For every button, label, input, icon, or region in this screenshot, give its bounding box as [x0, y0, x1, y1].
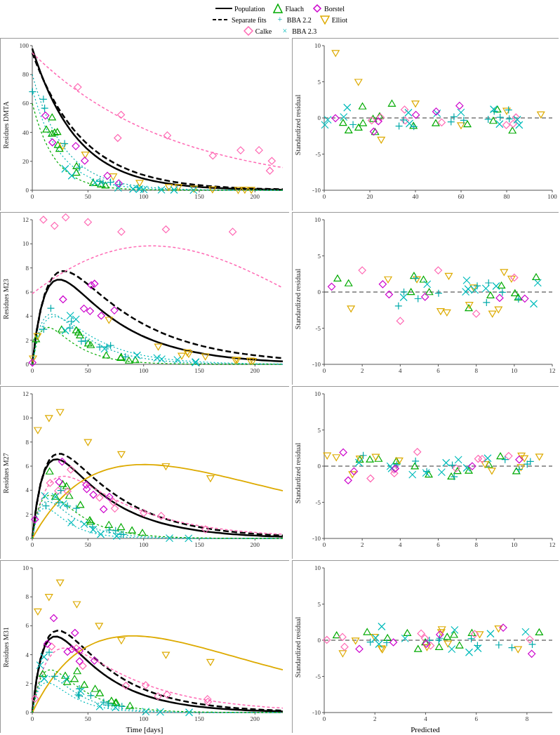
svg-marker-2 [314, 5, 321, 12]
charts-area: Time [days] Predicted [0, 38, 560, 735]
chart-m31-time [0, 560, 289, 733]
canvas-m31-resid [293, 561, 559, 734]
legend-area: Population Flaach Borstel Separate fits … [0, 1, 560, 38]
legend-calke: Calke [244, 26, 272, 36]
canvas-dmta-time [1, 39, 290, 211]
legend-separate-fits: Separate fits [213, 16, 267, 24]
canvas-m31-time [1, 561, 290, 734]
legend-bba22-label: BBA 2.2 [287, 16, 312, 24]
legend-calke-label: Calke [255, 27, 272, 35]
svg-text:+: + [277, 15, 282, 25]
legend-flaach-label: Flaach [285, 5, 304, 13]
chart-m23-time [0, 212, 289, 385]
x-label-time: Time [days] [126, 725, 163, 734]
svg-marker-1 [274, 4, 282, 13]
legend-flaach: Flaach [273, 4, 304, 13]
svg-marker-6 [244, 27, 253, 35]
svg-text:×: × [283, 26, 288, 36]
legend-separate-fits-label: Separate fits [232, 16, 267, 24]
chart-dmta-time [0, 38, 289, 211]
chart-m23-resid [292, 212, 559, 385]
svg-marker-5 [321, 16, 329, 24]
legend-population: Population [215, 5, 265, 13]
legend-population-label: Population [234, 5, 265, 13]
canvas-m27-time [1, 387, 290, 559]
canvas-m23-time [1, 213, 290, 385]
canvas-dmta-resid [293, 39, 559, 211]
legend-bba22: + BBA 2.2 [275, 15, 312, 25]
legend-row-3: Calke × BBA 2.3 [244, 26, 316, 36]
canvas-m27-resid [293, 387, 559, 559]
legend-bba23-label: BBA 2.3 [292, 27, 316, 35]
chart-m31-resid [292, 560, 559, 733]
canvas-m23-resid [293, 213, 559, 385]
main-container: Population Flaach Borstel Separate fits … [0, 0, 560, 735]
legend-borstel: Borstel [312, 4, 345, 13]
chart-m27-time [0, 386, 289, 559]
chart-m27-resid [292, 386, 559, 559]
legend-row-1: Population Flaach Borstel [215, 4, 345, 13]
legend-row-2: Separate fits + BBA 2.2 Elliot [213, 15, 347, 25]
legend-elliot: Elliot [320, 15, 347, 25]
legend-elliot-label: Elliot [332, 16, 347, 24]
legend-bba23: × BBA 2.3 [280, 26, 316, 36]
legend-borstel-label: Borstel [324, 5, 345, 13]
x-label-predicted: Predicted [411, 725, 440, 734]
chart-dmta-resid [292, 38, 559, 211]
